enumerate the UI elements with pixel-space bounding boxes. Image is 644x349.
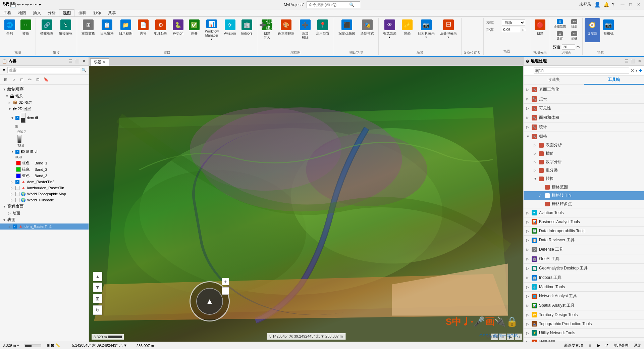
color-simulator-btn[interactable]: 🎨 色觉模拟器 bbox=[275, 18, 297, 42]
notification-icon[interactable]: 🔔 bbox=[603, 2, 609, 7]
dem-rastertin2-item[interactable]: ▷ 🔺 dem_RasterTin2 bbox=[0, 179, 89, 185]
gai-header[interactable]: ▷ 🤖 GeoAI 工具 bbox=[524, 254, 644, 263]
indoors-btn[interactable]: 🏢 Indoors bbox=[239, 18, 255, 42]
ga-header[interactable]: ▷ 📈 GeoAnalytics Desktop 工具 bbox=[524, 264, 644, 273]
catalog-pane-btn[interactable]: 📋 目录窗格 bbox=[98, 18, 116, 42]
surface-tri-header[interactable]: ▷ 🔧 表面三角化 bbox=[524, 85, 644, 94]
reclassify-item[interactable]: ▷ 重分类 bbox=[524, 166, 644, 174]
more-btn[interactable]: ⋯ bbox=[33, 2, 38, 7]
user-avatar[interactable]: 👤 bbox=[594, 1, 601, 8]
surface-section-header[interactable]: ▼ 表面 bbox=[0, 216, 89, 223]
edit-btn[interactable]: ✏ bbox=[26, 76, 34, 83]
math-analysis-item[interactable]: ▷ 数字分析 bbox=[524, 158, 644, 166]
status-refresh[interactable]: ↺ bbox=[605, 343, 608, 348]
status-play[interactable]: ▶ bbox=[597, 343, 600, 348]
refresh-btn[interactable]: ↺ bbox=[515, 334, 522, 340]
panel-menu-btn[interactable]: ☰ bbox=[68, 59, 73, 64]
remove-layer-btn[interactable]: ○ bbox=[10, 76, 17, 83]
gp2-header[interactable]: ▷ ⚙ 地理处理 bbox=[524, 338, 644, 342]
python-btn[interactable]: 🐍 Python bbox=[170, 18, 186, 42]
command-search-input[interactable] bbox=[309, 3, 349, 7]
world-topo-item[interactable]: ▷ 🌍 World Topographic Map bbox=[0, 191, 89, 197]
menu-map[interactable]: 地图 bbox=[15, 9, 30, 16]
position-btn[interactable]: 📍 启用位置 bbox=[314, 18, 332, 42]
undo-dropdown[interactable]: ▾ bbox=[22, 3, 24, 6]
ruler-icon[interactable]: 📏 bbox=[55, 343, 60, 348]
status-pause[interactable]: ⏸ bbox=[588, 344, 592, 348]
content-search-input[interactable] bbox=[7, 67, 80, 73]
scene-tab[interactable]: 场景 ✕ bbox=[90, 58, 109, 66]
maximize-btn[interactable]: □ bbox=[628, 2, 633, 7]
menu-view[interactable]: 视图 bbox=[59, 9, 74, 16]
pause-btn[interactable]: ⏸ bbox=[499, 334, 506, 340]
layers-2d-item[interactable]: ▼ 🗺 2D 图层 bbox=[0, 106, 89, 112]
bookmark-btn[interactable]: 🔖 bbox=[42, 76, 50, 83]
net-header[interactable]: ▷ 🌐 Network Analyst 工具 bbox=[524, 292, 644, 301]
raster-to-points-item[interactable]: 栅格转多点 bbox=[524, 200, 644, 208]
aviation-header[interactable]: ▷ ✈ Aviation Tools bbox=[524, 208, 644, 217]
halo-btn[interactable]: ✨ 光晕 bbox=[399, 18, 415, 42]
aviation-btn[interactable]: ✈ Aviation bbox=[222, 18, 238, 42]
dem-checkbox[interactable] bbox=[15, 116, 19, 120]
catalog-view-btn[interactable]: 📁 目录视图 bbox=[117, 18, 135, 42]
quick-save[interactable]: 💾 bbox=[10, 2, 16, 7]
surface-analysis-item[interactable]: ▷ 表面分析 bbox=[524, 141, 644, 149]
depth-input[interactable] bbox=[562, 44, 575, 50]
global-view-btn[interactable]: 🌐 全局 bbox=[2, 18, 17, 42]
geo-tab-toolbox[interactable]: 工具箱 bbox=[584, 76, 644, 85]
wt-checkbox[interactable] bbox=[15, 192, 19, 196]
visibility-header[interactable]: ▷ 🔧 可见性 bbox=[524, 104, 644, 113]
redo-dropdown[interactable]: ▾ bbox=[30, 3, 32, 6]
dem-tif-item[interactable]: ▼ dem.tif bbox=[0, 112, 89, 123]
camera-effects-btn[interactable]: 📷 照相机效果 bbox=[416, 18, 437, 42]
world-hillshade-item[interactable]: ▷ 🌍 World_Hillshade bbox=[0, 197, 89, 203]
menu-share[interactable]: 共享 bbox=[105, 9, 119, 16]
blue-band-item[interactable]: 蓝色 : Band_3 bbox=[0, 172, 89, 179]
dr-header[interactable]: ▷ 📋 Data Reviewer 工具 bbox=[524, 236, 644, 245]
create-btn[interactable]: 🔴 创建 bbox=[532, 18, 548, 42]
ut-header[interactable]: ▷ ⚡ Utility Network Tools bbox=[524, 329, 644, 337]
reset-pane-btn[interactable]: ⊞ 重置窗格 bbox=[79, 18, 97, 42]
scene-item[interactable]: ▼ 🏔 场景 bbox=[0, 93, 89, 99]
switch-view-btn[interactable]: ↔ 转换 bbox=[18, 18, 34, 42]
red-band-item[interactable]: 红色 : Band_1 bbox=[0, 160, 89, 166]
top-header[interactable]: ▷ 🗻 Topographic Production Tools bbox=[524, 319, 644, 328]
surface-dem-rt2-item[interactable]: ▷ 🔺 dem_RasterTin2 bbox=[0, 223, 89, 230]
add-move-btn[interactable]: ➕ 添加移除 bbox=[298, 18, 313, 42]
geo-add-btn[interactable]: + bbox=[639, 67, 642, 73]
menu-imagery[interactable]: 影像 bbox=[90, 9, 105, 16]
map-icons[interactable]: ⊞ bbox=[47, 343, 50, 348]
set-btn[interactable]: ⚙ 设置 bbox=[552, 30, 568, 42]
geo-dropdown-btn[interactable]: ▾ bbox=[636, 68, 638, 73]
workflow-btn[interactable]: 📊 WorkflowManager bbox=[203, 18, 221, 42]
content-btn[interactable]: 📄 内容 bbox=[136, 18, 151, 42]
raster-header[interactable]: ▼ 🔧 栅格 bbox=[524, 132, 644, 141]
rp-menu-btn[interactable]: ☰ bbox=[624, 59, 629, 64]
wh-checkbox[interactable] bbox=[15, 198, 19, 202]
lanzhouden-item[interactable]: ▷ 🔺 lanzhouden_RasterTin bbox=[0, 185, 89, 191]
map-rotate-btn[interactable]: ↻ bbox=[93, 305, 102, 315]
add-layer-btn[interactable]: ⊞ bbox=[2, 76, 9, 83]
geo-tab-favorites[interactable]: 收藏夹 bbox=[524, 76, 584, 85]
next-btn[interactable]: ↪ 前进 bbox=[568, 30, 580, 42]
distance-input[interactable] bbox=[502, 27, 520, 32]
post-effects-btn[interactable]: 🎞 后处理效果 bbox=[438, 18, 459, 42]
imagery-tif-item[interactable]: ▼ 🖼 影像.tif bbox=[0, 148, 89, 155]
geo-back-btn[interactable]: ← bbox=[526, 68, 532, 73]
elevation-section-header[interactable]: ▼ 高程表面 bbox=[0, 203, 89, 210]
geo-processing-btn[interactable]: ⚙ 地理处理 bbox=[152, 18, 170, 42]
raster-extent-item[interactable]: 栅格范围 bbox=[524, 183, 644, 191]
ind-header[interactable]: ▷ 🏢 Indoors 工具 bbox=[524, 273, 644, 282]
full-extent-btn[interactable]: ⊞ 全图范围 bbox=[552, 18, 568, 30]
geo-search-input[interactable] bbox=[534, 67, 629, 74]
panel-close-btn[interactable]: ✕ bbox=[81, 59, 87, 64]
rp-float-btn[interactable]: ⬜ bbox=[630, 59, 636, 64]
undo-btn[interactable]: ↩ bbox=[17, 2, 21, 7]
render-mode-btn[interactable]: 🎭 绘制模式 bbox=[358, 18, 376, 42]
scene-tab-close[interactable]: ✕ bbox=[103, 60, 106, 64]
menu-project[interactable]: 工程 bbox=[0, 9, 15, 16]
srt2-checkbox[interactable] bbox=[13, 225, 17, 229]
close-btn[interactable]: ✕ bbox=[636, 2, 641, 7]
raster-to-tin-item[interactable]: ✓ 栅格转 TIN bbox=[524, 191, 644, 200]
ter-header[interactable]: ▷ 🗺 Territory Design Tools bbox=[524, 310, 644, 319]
